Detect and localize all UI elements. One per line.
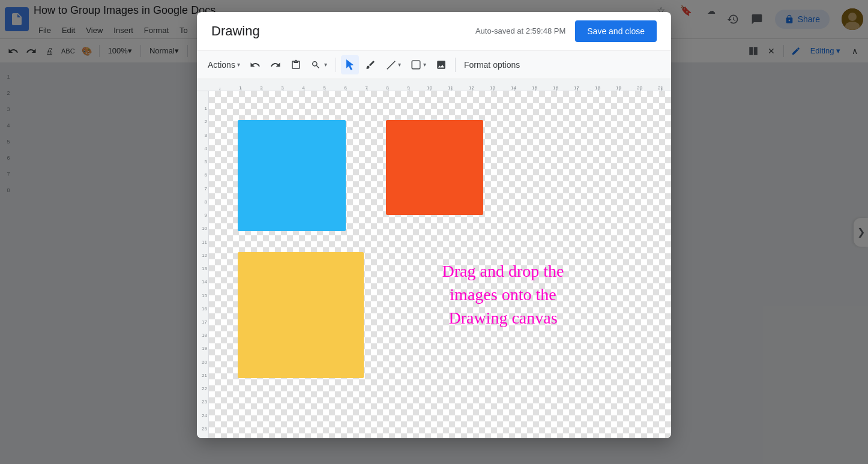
drawing-dialog: Drawing Auto-saved at 2:59:48 PM Save an… (197, 12, 671, 438)
dt-divider-1 (336, 58, 336, 72)
drag-text-line1: Drag and drop the (442, 262, 564, 280)
drawing-redo-btn[interactable] (267, 55, 285, 74)
canvas-wrap: 1 2 3 4 5 6 7 8 9 10 11 12 13 14 15 16 1… (197, 91, 671, 438)
drag-text-line3: Drawing canvas (448, 309, 557, 327)
svg-rect-3 (412, 61, 420, 69)
drawing-undo-btn[interactable] (246, 55, 264, 74)
zoom-arrow: ▾ (324, 61, 327, 68)
yellow-rectangle[interactable] (238, 252, 364, 378)
dialog-header: Drawing Auto-saved at 2:59:48 PM Save an… (197, 12, 671, 50)
drag-text-line2: images onto the (450, 285, 556, 304)
actions-arrow: ▾ (237, 61, 240, 68)
cyan-rectangle[interactable] (238, 120, 346, 231)
insert-image-btn[interactable] (432, 55, 450, 74)
canvas-handwritten-text: Drag and drop the images onto the Drawin… (395, 259, 611, 330)
line-arrow: ▾ (398, 61, 401, 68)
drawing-side-ruler: 1 2 3 4 5 6 7 8 9 10 11 12 13 14 15 16 1… (197, 91, 209, 438)
ruler-marks: . 1 2 3 4 5 6 7 8 9 10 11 12 13 14 15 16… (197, 85, 671, 91)
select-tool-btn[interactable] (341, 55, 359, 74)
drawing-canvas[interactable]: Drag and drop the images onto the Drawin… (209, 91, 671, 438)
actions-label: Actions (208, 60, 235, 70)
save-close-button[interactable]: Save and close (575, 20, 657, 42)
dt-divider-2 (455, 58, 456, 72)
line-tool-btn[interactable]: ▾ (382, 55, 405, 74)
shape-tool-btn[interactable]: ▾ (407, 55, 430, 74)
clipboard-btn[interactable] (287, 55, 305, 74)
autosave-label: Auto-saved at 2:59:48 PM (475, 26, 565, 35)
shape-arrow: ▾ (423, 61, 426, 68)
drawing-zoom-dropdown[interactable]: ▾ (307, 55, 331, 74)
dialog-title: Drawing (211, 23, 475, 39)
actions-dropdown[interactable]: Actions ▾ (204, 55, 244, 74)
scribble-btn[interactable] (361, 55, 379, 74)
modal-overlay: Drawing Auto-saved at 2:59:48 PM Save an… (0, 0, 868, 464)
orange-rectangle[interactable] (386, 120, 483, 215)
drawing-ruler: . 1 2 3 4 5 6 7 8 9 10 11 12 13 14 15 16… (197, 79, 671, 91)
format-options-btn[interactable]: Format options (460, 55, 523, 74)
dialog-toolbar: Actions ▾ ▾ (197, 50, 671, 79)
